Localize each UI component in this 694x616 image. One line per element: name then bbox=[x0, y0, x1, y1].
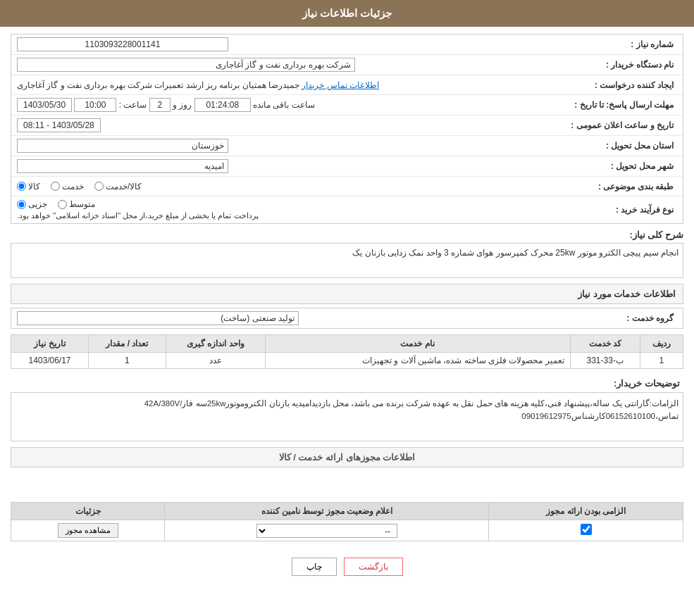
tawzih-section: توضيحات خريدار: الزامات:گارانتی يک ساله،… bbox=[11, 375, 683, 441]
gorohe-label: گروه خدمت : bbox=[585, 313, 677, 323]
sharh-label: شرح کلی نياز: bbox=[629, 230, 683, 240]
mohlat-saat-value: 10:00 bbox=[74, 98, 116, 112]
majoz-empty-space bbox=[11, 471, 683, 502]
tawzih-label: توضيحات خريدار: bbox=[11, 375, 683, 392]
majoz-joziyat: مشاهده مجوز bbox=[11, 520, 165, 541]
shahr-row: شهر محل تحويل : اميديه bbox=[11, 156, 683, 177]
col-radif: رديف bbox=[640, 335, 683, 353]
page-header: جزئيات اطلاعات نياز bbox=[0, 0, 694, 27]
ettelaat-link[interactable]: اطلاعات تماس خريدار bbox=[302, 80, 379, 90]
ijad-konande-value: جميدرضا همتيان برنامه ريز ارشد تعميرات ش… bbox=[17, 80, 299, 90]
tabaqe-row: طبقه بندی موضوعی : کالا/خدمت خدمت کالا bbox=[11, 177, 683, 196]
tabaqe-kala-khedmat-radio[interactable] bbox=[94, 182, 104, 191]
services-title: اطلاعات خدمات مورد نياز bbox=[11, 284, 683, 304]
tabaqe-khedmat-item: خدمت bbox=[51, 182, 84, 191]
services-table-section: رديف کد خدمت نام خدمت واحد اندازه گيری ت… bbox=[11, 334, 683, 369]
name-dastasgah-row: نام دستگاه خريدار : شرکت بهره برداری نفت… bbox=[11, 55, 683, 75]
back-button[interactable]: بازگشت bbox=[344, 558, 403, 576]
cell-tarikh: 1403/06/17 bbox=[11, 353, 89, 369]
noe-jozi-item: جزيی bbox=[17, 199, 47, 209]
majoz-col-elzami: الزامی بودن ارائه مجوز bbox=[489, 503, 683, 520]
ostan-row: استان محل تحويل : خوزستان bbox=[11, 136, 683, 156]
tabaqe-kala-item: کالا bbox=[17, 182, 40, 191]
info-section: شماره نياز : 1103093228001141 نام دستگاه… bbox=[11, 34, 683, 224]
cell-vahed: عدد bbox=[166, 353, 265, 369]
majoz-title: اطلاعات مجوزهای ارائه خدمت / کالا bbox=[11, 447, 683, 467]
ostan-value: خوزستان bbox=[17, 139, 228, 153]
table-row: 1 ب-33-331 تعمير محصولات فلزی ساخته شده،… bbox=[11, 353, 683, 369]
announce-value: 1403/05/28 - 08:11 bbox=[17, 118, 101, 132]
noe-motovaset-radio[interactable] bbox=[58, 200, 67, 209]
mohlat-roz-label: روز و bbox=[173, 100, 192, 110]
sharh-header: شرح کلی نياز: bbox=[11, 230, 683, 240]
noe-farayand-row: نوع فرآيند خريد : متوسط جزيی پرداخت تمام bbox=[11, 196, 683, 223]
ostan-label: استان محل تحويل : bbox=[585, 141, 677, 151]
shahr-label: شهر محل تحويل : bbox=[585, 161, 677, 171]
tawzih-box: الزامات:گارانتی يک ساله،پيشنهاد فنی،کليه… bbox=[11, 392, 683, 441]
announce-label: تاريخ و ساعت اعلان عمومی : bbox=[571, 120, 677, 130]
tabaqe-label: طبقه بندی موضوعی : bbox=[585, 182, 677, 191]
shomare-niaz-label: شماره نياز : bbox=[585, 39, 677, 49]
mohlat-date: 1403/05/30 bbox=[17, 98, 72, 112]
col-kod: کد خدمت bbox=[570, 335, 640, 353]
name-dastasgah-value: شرکت بهره برداری نفت و گاز آغاجاری bbox=[17, 58, 355, 72]
cell-tedad: 1 bbox=[88, 353, 166, 369]
tabaqe-kala-khedmat-item: کالا/خدمت bbox=[94, 182, 142, 191]
cell-kod: ب-33-331 bbox=[570, 353, 640, 369]
majoz-select[interactable]: -- bbox=[256, 524, 397, 538]
majoz-checkbox[interactable] bbox=[581, 524, 592, 535]
page-wrapper: جزئيات اطلاعات نياز شماره نياز : 1103093… bbox=[0, 0, 694, 616]
majoz-row: -- مشاهده مجوز bbox=[11, 520, 683, 541]
shomare-niaz-value: 1103093228001141 bbox=[17, 37, 228, 51]
majoz-elzami bbox=[489, 520, 683, 541]
majoz-section: اطلاعات مجوزهای ارائه خدمت / کالا الزامی… bbox=[11, 447, 683, 541]
services-section: اطلاعات خدمات مورد نياز گروه خدمت : تولي… bbox=[11, 284, 683, 369]
noe-motovaset-label: متوسط bbox=[69, 199, 95, 209]
mohlat-label: مهلت ارسال پاسخ: تا تاريخ : bbox=[574, 100, 677, 110]
majoz-alam: -- bbox=[165, 520, 489, 541]
name-dastasgah-label: نام دستگاه خريدار : bbox=[585, 60, 677, 70]
sharh-value: انجام سيم پيچی الکترو موتور 25kw محرک کم… bbox=[352, 248, 678, 258]
mohlat-baqi-label: ساعت باقی مانده bbox=[253, 100, 315, 110]
tabaqe-khedmat-label: خدمت bbox=[62, 182, 84, 191]
services-table: رديف کد خدمت نام خدمت واحد اندازه گيری ت… bbox=[11, 334, 683, 369]
noe-radios: متوسط جزيی bbox=[17, 199, 95, 209]
noe-jozi-radio[interactable] bbox=[17, 200, 26, 209]
announce-row: تاريخ و ساعت اعلان عمومی : 1403/05/28 - … bbox=[11, 115, 683, 136]
tabaqe-kala-radio[interactable] bbox=[17, 182, 26, 191]
ijad-konande-label: ايجاد کننده درخواست : bbox=[585, 80, 677, 90]
ijad-konande-row: ايجاد کننده درخواست : اطلاعات تماس خريدا… bbox=[11, 75, 683, 95]
tabaqe-khedmat-radio[interactable] bbox=[51, 182, 60, 191]
sharh-box: انجام سيم پيچی الکترو موتور 25kw محرک کم… bbox=[11, 243, 683, 278]
print-button[interactable]: چاپ bbox=[292, 558, 337, 576]
col-vahed: واحد اندازه گيری bbox=[166, 335, 265, 353]
sharh-section: شرح کلی نياز: انجام سيم پيچی الکترو موتو… bbox=[11, 230, 683, 278]
mohlat-row: مهلت ارسال پاسخ: تا تاريخ : ساعت باقی ما… bbox=[11, 95, 683, 115]
tabaqe-radios: کالا/خدمت خدمت کالا bbox=[17, 182, 142, 191]
noe-desc: پرداخت تمام يا بخشی از مبلغ خريد،از محل … bbox=[17, 211, 259, 220]
bottom-buttons: بازگشت چاپ bbox=[11, 547, 683, 586]
mohlat-saat-label: ساعت : bbox=[119, 100, 147, 110]
gorohe-value: توليد صنعتی (ساخت) bbox=[17, 311, 299, 325]
col-name: نام خدمت bbox=[265, 335, 570, 353]
majoz-table: الزامی بودن ارائه مجوز اعلام وضعيت مجوز … bbox=[11, 502, 683, 541]
shomare-niaz-row: شماره نياز : 1103093228001141 bbox=[11, 34, 683, 55]
gorohe-section: گروه خدمت : توليد صنعتی (ساخت) bbox=[11, 308, 683, 329]
col-tedad: تعداد / مقدار bbox=[88, 335, 166, 353]
page-title: جزئيات اطلاعات نياز bbox=[302, 7, 392, 19]
cell-radif: 1 bbox=[640, 353, 683, 369]
majoz-col-alam: اعلام وضعيت مجوز توسط نامين کننده bbox=[165, 503, 489, 520]
main-content: شماره نياز : 1103093228001141 نام دستگاه… bbox=[0, 27, 694, 593]
noe-farayand-label: نوع فرآيند خريد : bbox=[585, 205, 677, 215]
tabaqe-kala-khedmat-label: کالا/خدمت bbox=[106, 182, 142, 191]
tawzih-value: الزامات:گارانتی يک ساله،پيشنهاد فنی،کليه… bbox=[144, 399, 678, 420]
noe-jozi-label: جزيی bbox=[28, 199, 47, 209]
gorohe-row: گروه خدمت : توليد صنعتی (ساخت) bbox=[11, 308, 683, 328]
noe-farayand-content: متوسط جزيی پرداخت تمام يا بخشی از مبلغ خ… bbox=[17, 199, 259, 220]
mohlat-baqi-value: 01:24:08 bbox=[194, 98, 251, 112]
tabaqe-kala-label: کالا bbox=[28, 182, 40, 191]
cell-name: تعمير محصولات فلزی ساخته شده، ماشين آلات… bbox=[265, 353, 570, 369]
noe-motovaset-item: متوسط bbox=[58, 199, 95, 209]
mohlat-roz-value: 2 bbox=[149, 98, 171, 112]
view-majoz-button[interactable]: مشاهده مجوز bbox=[58, 523, 118, 538]
